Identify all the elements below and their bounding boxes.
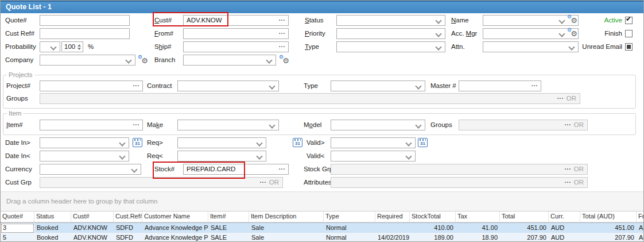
valid-gt-dropdown[interactable] bbox=[331, 137, 416, 148]
cust-lookup-ellipsis-button[interactable]: ··· bbox=[279, 16, 286, 25]
spinner-buttons[interactable] bbox=[76, 42, 83, 52]
item-lookup-ellipsis-button[interactable]: ··· bbox=[133, 120, 140, 129]
attn-dropdown[interactable] bbox=[483, 41, 579, 52]
item-number-input[interactable]: ··· bbox=[40, 120, 143, 130]
stock-grp-ellipsis-button[interactable]: ··· bbox=[565, 164, 572, 174]
req-gt-calendar-icon[interactable]: 31 bbox=[293, 138, 302, 147]
column-header[interactable]: StockTotal bbox=[410, 212, 456, 222]
column-header[interactable]: Total (AUD) bbox=[580, 212, 637, 222]
branch-dropdown[interactable] bbox=[183, 55, 276, 66]
cust-grp-or-button[interactable]: OR bbox=[269, 178, 279, 187]
make-dropdown[interactable] bbox=[177, 120, 279, 130]
percent-label: % bbox=[88, 41, 94, 52]
stock-number-input[interactable]: PREPAID.CARD ··· bbox=[183, 164, 289, 175]
cust-grp-field[interactable]: ··· OR bbox=[40, 177, 283, 188]
valid-lt-label: Valid< bbox=[307, 151, 324, 162]
window-titlebar[interactable]: Quote List - 1 bbox=[1, 1, 643, 13]
company-dropdown[interactable] bbox=[40, 55, 135, 66]
grid-row[interactable]: 5BookedADV.KNOWSDFDAdvance Knowledge Pty… bbox=[1, 233, 644, 242]
ship-number-input[interactable]: ··· bbox=[183, 41, 289, 52]
column-header[interactable]: Item# bbox=[208, 212, 249, 222]
priority-dropdown[interactable] bbox=[336, 28, 445, 39]
grid-row[interactable]: 3BookedADV.KNOWSDFDAdvance Knowledge Pty… bbox=[1, 222, 644, 234]
item-groups-ellipsis-button[interactable]: ··· bbox=[565, 120, 572, 129]
master-lookup-ellipsis-button[interactable]: ··· bbox=[532, 81, 538, 90]
acc-mgr-label: Acc. Mgr bbox=[451, 28, 477, 39]
company-settings-gear-icon[interactable]: ⚙⚙ bbox=[138, 56, 148, 66]
from-number-input[interactable]: ··· bbox=[183, 28, 289, 39]
model-dropdown[interactable] bbox=[331, 120, 425, 130]
column-header[interactable]: Required bbox=[375, 212, 410, 222]
name-dropdown[interactable]: ⚙⚙ bbox=[483, 15, 579, 26]
cust-ref-input[interactable] bbox=[40, 28, 130, 39]
grid-header-row: Quote#StatusCust#Cust.Ref#Customer NameI… bbox=[1, 212, 644, 222]
grid-cell: Sale bbox=[249, 223, 324, 233]
valid-lt-dropdown[interactable] bbox=[331, 151, 416, 162]
valid-gt-calendar-icon[interactable]: 31 bbox=[418, 138, 428, 147]
project-groups-field[interactable]: ··· OR bbox=[40, 93, 580, 104]
attributes-ellipsis-button[interactable]: ··· bbox=[565, 178, 572, 187]
from-number-label: From# bbox=[154, 28, 173, 39]
grid-cell: Booked bbox=[34, 223, 71, 233]
probability-spinner[interactable]: 100 bbox=[61, 41, 83, 52]
column-header[interactable]: Customer Name bbox=[142, 212, 208, 222]
from-lookup-ellipsis-button[interactable]: ··· bbox=[279, 29, 286, 38]
finish-checkbox[interactable] bbox=[625, 30, 633, 37]
cust-grp-ellipsis-button[interactable]: ··· bbox=[260, 178, 267, 187]
column-header[interactable]: Item Description bbox=[249, 212, 324, 222]
req-lt-dropdown[interactable] bbox=[177, 151, 266, 162]
column-header[interactable]: From bbox=[637, 212, 644, 222]
grid-cell: 41.00 bbox=[456, 223, 500, 233]
date-in-gt-calendar-icon[interactable]: 31 bbox=[133, 138, 142, 147]
grid-cell: AUD bbox=[549, 223, 580, 233]
currency-dropdown[interactable] bbox=[40, 164, 141, 175]
column-header[interactable]: Type bbox=[324, 212, 375, 222]
attributes-or-button[interactable]: OR bbox=[574, 178, 584, 187]
column-header[interactable]: Cust.Ref# bbox=[114, 212, 142, 222]
type-label: Type bbox=[305, 41, 319, 52]
chevron-down-icon bbox=[125, 57, 131, 63]
cust-number-input[interactable]: ADV.KNOW ··· bbox=[183, 15, 289, 26]
unread-email-checkbox[interactable] bbox=[625, 43, 633, 51]
status-dropdown[interactable] bbox=[336, 15, 445, 26]
column-header[interactable]: Cust# bbox=[71, 212, 114, 222]
grid-cell: 189.00 bbox=[410, 233, 456, 242]
project-groups-ellipsis-button[interactable]: ··· bbox=[557, 94, 564, 103]
item-groups-label: Groups bbox=[430, 120, 452, 130]
column-header[interactable]: Status bbox=[34, 212, 71, 222]
req-gt-label: Req> bbox=[147, 137, 163, 148]
item-groups-or-button[interactable]: OR bbox=[574, 120, 584, 130]
req-gt-dropdown[interactable] bbox=[177, 137, 266, 148]
project-type-dropdown[interactable] bbox=[331, 80, 425, 91]
grid-cell: SALE bbox=[208, 233, 249, 242]
project-number-input[interactable]: ··· bbox=[40, 80, 143, 91]
project-lookup-ellipsis-button[interactable]: ··· bbox=[133, 81, 140, 90]
contract-dropdown[interactable] bbox=[177, 80, 279, 91]
master-number-input[interactable]: ··· bbox=[459, 80, 541, 91]
grid-cell: 410.00 bbox=[410, 223, 456, 233]
column-header[interactable]: Total bbox=[500, 212, 549, 222]
grid-cell: 3 bbox=[1, 223, 34, 233]
item-groups-field[interactable]: ··· OR bbox=[459, 120, 588, 130]
project-groups-or-button[interactable]: OR bbox=[567, 94, 576, 103]
date-in-lt-dropdown[interactable] bbox=[40, 151, 129, 162]
column-header[interactable]: Curr. bbox=[549, 212, 580, 222]
ship-number-label: Ship# bbox=[154, 41, 171, 52]
column-header[interactable]: Tax bbox=[456, 212, 500, 222]
quote-number-input[interactable] bbox=[40, 15, 130, 26]
stock-grp-or-button[interactable]: OR bbox=[574, 164, 584, 174]
branch-settings-gear-icon[interactable]: ⚙⚙ bbox=[280, 56, 289, 66]
attributes-field[interactable]: ··· OR bbox=[331, 177, 588, 188]
stock-grp-field[interactable]: ··· OR bbox=[331, 164, 588, 175]
group-by-drop-zone[interactable]: Drag a column header here to group by th… bbox=[1, 191, 644, 212]
column-header[interactable]: Quote# bbox=[1, 212, 34, 222]
chevron-down-icon bbox=[119, 153, 125, 159]
probability-operator-dropdown[interactable] bbox=[40, 41, 60, 52]
type-dropdown[interactable] bbox=[336, 41, 445, 52]
ship-lookup-ellipsis-button[interactable]: ··· bbox=[279, 42, 286, 51]
date-in-gt-dropdown[interactable] bbox=[40, 137, 129, 148]
stock-lookup-ellipsis-button[interactable]: ··· bbox=[279, 164, 286, 174]
acc-mgr-dropdown[interactable]: ⚙⚙ bbox=[483, 28, 579, 39]
grid-cell: 5 bbox=[1, 233, 34, 242]
active-checkbox[interactable]: ✔ bbox=[625, 17, 633, 24]
